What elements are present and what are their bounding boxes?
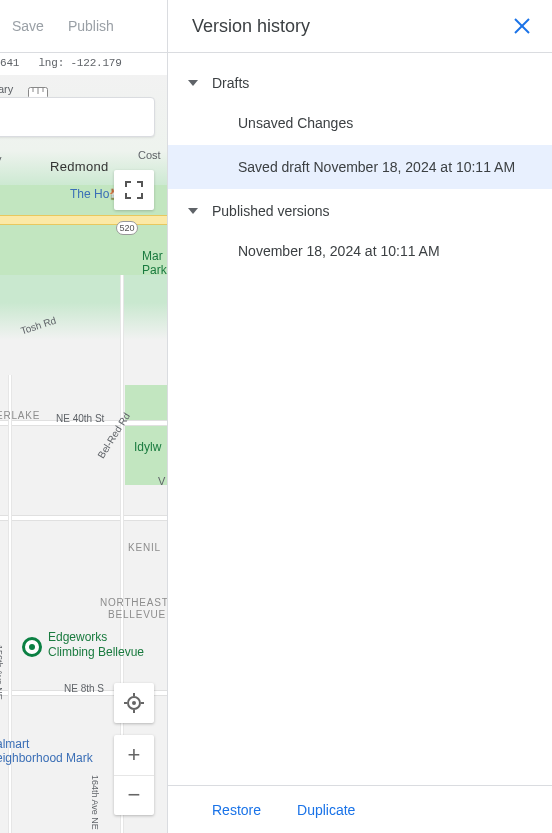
map-label-156: 156th Ave NE — [0, 645, 4, 700]
map-label-ne40: NE 40th St — [56, 413, 104, 424]
close-icon — [513, 17, 531, 35]
restore-button[interactable]: Restore — [212, 802, 261, 818]
drafts-section-header[interactable]: Drafts — [168, 65, 552, 101]
map-label-ne8: NE 8th S — [64, 683, 104, 694]
editor-toolbar: Save Publish — [0, 0, 167, 53]
panel-body: Drafts Unsaved Changes Saved draft Novem… — [168, 53, 552, 785]
zoom-in-button[interactable]: + — [114, 735, 154, 776]
map-label-nb2: BELLEVUE — [108, 609, 166, 620]
version-item-unsaved[interactable]: Unsaved Changes — [168, 101, 552, 145]
chevron-down-icon — [188, 78, 198, 88]
lat-value: 641 — [0, 57, 19, 69]
version-history-panel: Version history Drafts Unsaved Changes S… — [168, 0, 552, 833]
lng-label: lng: — [38, 57, 64, 69]
published-section-header[interactable]: Published versions — [168, 193, 552, 229]
map-editor-panel: Save Publish 641 lng: -122.179 — [0, 0, 168, 833]
version-item-published[interactable]: November 18, 2024 at 10:11 AM — [168, 229, 552, 273]
panel-footer: Restore Duplicate — [168, 785, 552, 833]
map-label-edge2: Climbing Bellevue — [48, 645, 144, 659]
map-label-idylw: Idylw — [134, 440, 161, 454]
save-button[interactable]: Save — [0, 10, 56, 42]
map-label-nb1: NORTHEAST — [100, 597, 168, 608]
version-item-saved-draft[interactable]: Saved draft November 18, 2024 at 10:11 A… — [168, 145, 552, 189]
map-label-erlake: ERLAKE — [0, 410, 40, 421]
panel-header: Version history — [168, 0, 552, 53]
chevron-down-icon — [188, 206, 198, 216]
map-label-park: Mar — [142, 249, 163, 263]
coordinates-readout: 641 lng: -122.179 — [0, 53, 167, 75]
close-button[interactable] — [510, 14, 534, 38]
map-label-164: 164th Ave NE — [90, 775, 100, 830]
map-label: y — [0, 153, 2, 165]
map-marker[interactable] — [22, 637, 42, 657]
map-label: ary — [0, 83, 13, 95]
svg-point-5 — [132, 701, 136, 705]
crosshair-icon — [124, 693, 144, 713]
zoom-out-button[interactable]: − — [114, 776, 154, 816]
highway-shield: 520 — [116, 221, 138, 235]
map-label-park2: Park — [142, 263, 167, 277]
publish-button[interactable]: Publish — [56, 10, 126, 42]
section-title: Drafts — [212, 75, 249, 91]
lng-value: -122.179 — [70, 57, 121, 69]
map-canvas[interactable]: ary Redmond y Cost The Ho🏠ep Mar Park To… — [0, 75, 167, 833]
section-title: Published versions — [212, 203, 330, 219]
zoom-control: + − — [114, 735, 154, 815]
map-label-edge1: Edgeworks — [48, 630, 107, 644]
map-label-v: V — [158, 475, 165, 487]
fullscreen-icon — [125, 181, 143, 199]
map-label-walmart1: almart — [0, 737, 29, 751]
map-label-kenil: KENIL — [128, 542, 161, 553]
fullscreen-button[interactable] — [114, 170, 154, 210]
map-label: Cost — [138, 149, 161, 161]
map-label-walmart2: eighborhood Mark — [0, 751, 93, 765]
locate-button[interactable] — [114, 683, 154, 723]
panel-title: Version history — [192, 16, 310, 37]
duplicate-button[interactable]: Duplicate — [297, 802, 355, 818]
map-search-input[interactable] — [0, 97, 155, 137]
map-label-redmond: Redmond — [50, 159, 108, 174]
